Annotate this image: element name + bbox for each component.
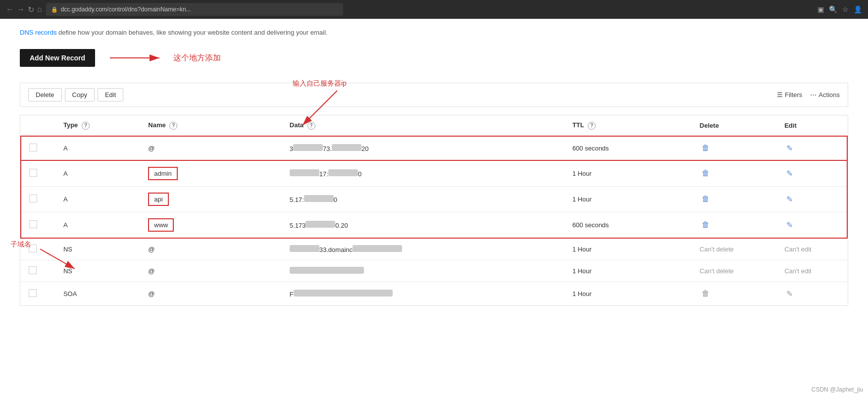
data-help-icon[interactable]: ?: [307, 122, 315, 130]
browser-chrome: ← → ↻ ⌂ 🔒 dcc.godaddy.com/control/dns?do…: [0, 0, 868, 19]
add-new-record-button[interactable]: Add New Record: [20, 49, 95, 67]
back-icon[interactable]: ←: [6, 5, 14, 14]
row7-ttl: 1 Hour: [564, 282, 692, 305]
row2-delete-button[interactable]: 🗑: [700, 168, 712, 179]
th-ttl: TTL ?: [564, 115, 692, 136]
row6-ttl: 1 Hour: [564, 260, 692, 282]
table-row: A admin 17:0 1 Hour 🗑 ✎: [21, 160, 847, 187]
row1-checkbox[interactable]: [29, 144, 37, 151]
th-edit: Edit: [776, 115, 847, 136]
cant-delete-6: Can't delete: [700, 267, 734, 275]
th-delete: Delete: [692, 115, 776, 136]
row4-ttl: 600 seconds: [564, 212, 692, 238]
row6-delete-cell: Can't delete: [692, 260, 776, 282]
filters-button[interactable]: ☰ Filters: [777, 91, 802, 99]
browser-right-icons: ▣ 🔍 ☆ 👤: [817, 5, 862, 13]
row5-ttl: 1 Hour: [564, 238, 692, 260]
search-icon[interactable]: 🔍: [829, 5, 837, 13]
row2-delete-cell: 🗑: [692, 160, 776, 187]
row7-checkbox[interactable]: [29, 289, 37, 297]
row6-data: [282, 260, 564, 282]
url-text: dcc.godaddy.com/control/dns?domainName=k…: [61, 6, 191, 13]
row3-edit-cell: ✎: [776, 186, 847, 212]
row6-checkbox[interactable]: [29, 266, 37, 274]
row7-delete-cell: 🗑: [692, 282, 776, 305]
table-controls: Delete Copy Edit ☰ Filters ⋯ Actions: [20, 83, 848, 107]
address-bar[interactable]: 🔒 dcc.godaddy.com/control/dns?domainName…: [46, 3, 343, 16]
row1-checkbox-cell: [21, 136, 55, 160]
row5-type: NS: [55, 238, 140, 260]
row5-data: 33.domainc: [282, 238, 564, 260]
row3-checkbox[interactable]: [29, 195, 37, 202]
name-help-icon[interactable]: ?: [169, 122, 177, 130]
star-icon[interactable]: ☆: [842, 5, 849, 13]
actions-button[interactable]: ⋯ Actions: [810, 91, 840, 99]
edit-button[interactable]: Edit: [98, 88, 123, 101]
table-row: NS @ 1 Hour Can't delete Can't edit: [21, 260, 847, 282]
row3-delete-button[interactable]: 🗑: [700, 194, 712, 204]
th-checkbox: [21, 115, 55, 136]
row4-delete-button[interactable]: 🗑: [700, 219, 712, 230]
www-subdomain-box: www: [148, 218, 174, 232]
row5-name: @: [140, 238, 282, 260]
profile-icon[interactable]: 👤: [854, 5, 862, 13]
row2-edit-button[interactable]: ✎: [784, 168, 795, 179]
row6-edit-cell: Can't edit: [776, 260, 847, 282]
dns-records-link[interactable]: DNS records: [20, 29, 56, 36]
row7-checkbox-cell: [21, 282, 55, 305]
row2-checkbox[interactable]: [29, 169, 37, 177]
copy-button[interactable]: Copy: [65, 88, 95, 101]
row7-edit-cell: ✎: [776, 282, 847, 305]
type-help-icon[interactable]: ?: [82, 122, 90, 130]
row1-delete-button[interactable]: 🗑: [700, 143, 712, 153]
row3-type: A: [55, 186, 140, 212]
row6-checkbox-cell: [21, 260, 55, 282]
screen-icon[interactable]: ▣: [817, 5, 824, 13]
admin-subdomain-box: admin: [148, 167, 177, 180]
row4-delete-cell: 🗑: [692, 212, 776, 238]
row4-data: 5.1730.20: [282, 212, 564, 238]
ttl-help-icon[interactable]: ?: [588, 122, 596, 130]
table-row: SOA @ F 1 Hour 🗑 ✎: [21, 282, 847, 305]
home-icon[interactable]: ⌂: [37, 5, 42, 14]
row7-edit-button[interactable]: ✎: [784, 288, 795, 299]
row3-delete-cell: 🗑: [692, 186, 776, 212]
row3-ttl: 1 Hour: [564, 186, 692, 212]
filters-label: Filters: [785, 91, 802, 99]
row2-name: admin: [140, 160, 282, 187]
row1-type: A: [55, 136, 140, 160]
row1-edit-button[interactable]: ✎: [784, 143, 795, 154]
table-header-row: Type ? Name ? Data ? TTL: [21, 115, 847, 136]
browser-nav-icons: ← → ↻ ⌂: [6, 5, 42, 14]
row2-checkbox-cell: [21, 160, 55, 187]
row4-checkbox[interactable]: [29, 220, 37, 228]
delete-button[interactable]: Delete: [28, 88, 62, 101]
refresh-icon[interactable]: ↻: [28, 5, 34, 14]
table-row: NS @ 33.domainc 1 Hour Can't delete Can'…: [21, 238, 847, 260]
row5-checkbox-cell: [21, 238, 55, 260]
row2-type: A: [55, 160, 140, 187]
table-row: A @ 373.20 600 seconds 🗑 ✎: [21, 136, 847, 160]
th-data: Data ?: [282, 115, 564, 136]
page-content: DNS records define how your domain behav…: [0, 19, 868, 398]
add-annotation-text: 这个地方添加: [173, 53, 221, 63]
row3-name: api: [140, 186, 282, 212]
th-type: Type ?: [55, 115, 140, 136]
row1-name: @: [140, 136, 282, 160]
row4-edit-button[interactable]: ✎: [784, 219, 795, 231]
forward-icon[interactable]: →: [17, 5, 25, 14]
row6-type: NS: [55, 260, 140, 282]
row4-type: A: [55, 212, 140, 238]
api-subdomain-box: api: [148, 193, 168, 206]
table-btn-group: Delete Copy Edit: [28, 88, 123, 101]
row5-checkbox[interactable]: [29, 245, 37, 252]
row7-delete-button[interactable]: 🗑: [700, 288, 712, 299]
filters-icon: ☰: [777, 91, 783, 99]
row4-edit-cell: ✎: [776, 212, 847, 238]
row7-name: @: [140, 282, 282, 305]
row3-edit-button[interactable]: ✎: [784, 194, 795, 205]
table-row: A www 5.1730.20 600 seconds 🗑 ✎: [21, 212, 847, 238]
row7-type: SOA: [55, 282, 140, 305]
cant-edit-5: Can't edit: [784, 246, 812, 253]
row3-checkbox-cell: [21, 186, 55, 212]
